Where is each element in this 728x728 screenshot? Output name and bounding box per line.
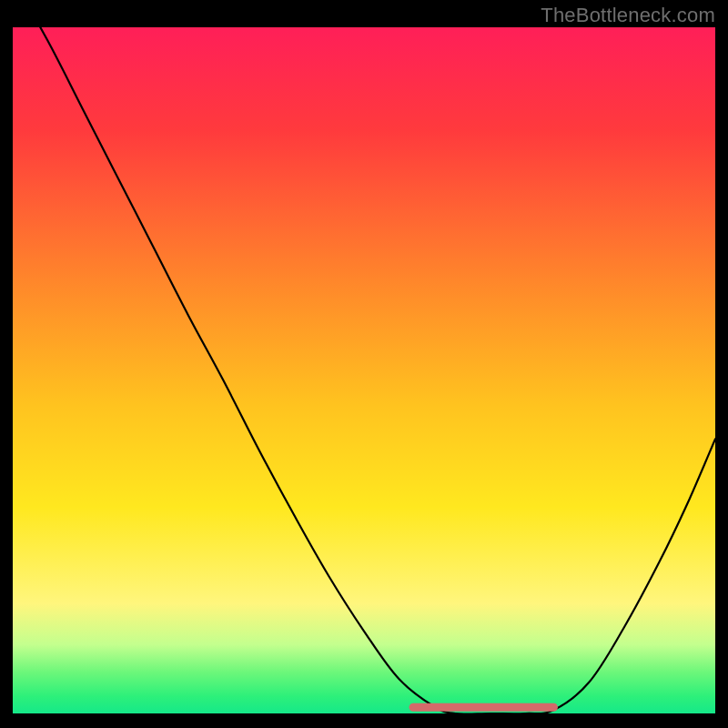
- chart-stage: TheBottleneck.com: [0, 0, 728, 728]
- plot-area: [13, 27, 715, 713]
- watermark-text: TheBottleneck.com: [541, 4, 715, 27]
- curve-layer: [13, 27, 715, 713]
- bottleneck-curve: [13, 27, 715, 713]
